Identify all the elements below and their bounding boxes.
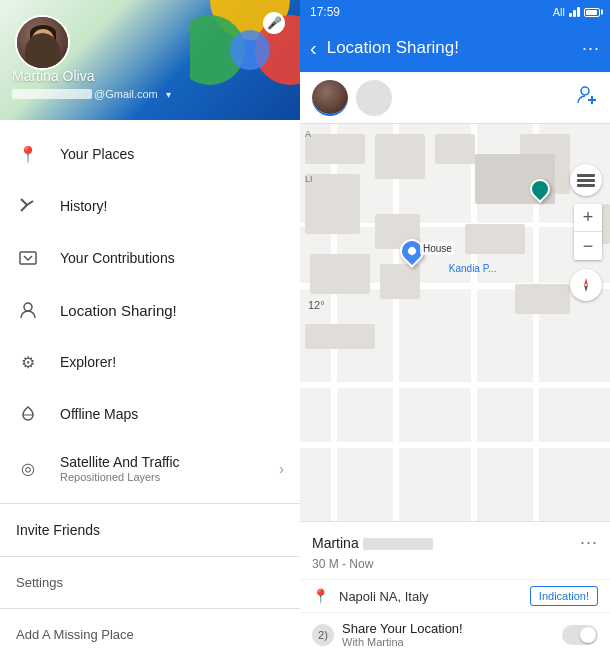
map-block [305, 324, 375, 349]
more-button[interactable]: ··· [582, 38, 600, 59]
nav-label: Location Sharing! [60, 302, 177, 319]
battery-icon [584, 8, 600, 17]
road-vertical-1 [393, 124, 399, 521]
location-share-toggle[interactable] [562, 625, 598, 645]
map-block [305, 134, 365, 164]
sidebar-item-satellite[interactable]: ◎ Satellite And Traffic Repositioned Lay… [0, 440, 300, 497]
indication-button[interactable]: Indication! [530, 586, 598, 606]
satellite-sublabel: Repositioned Layers [60, 471, 180, 483]
sidebar: 🎤 Martina Oliva @Gmail.com ▾ 📍 Your Plac… [0, 0, 300, 658]
app-title: Location Sharing! [327, 38, 582, 58]
nav-label: Explorer! [60, 354, 116, 370]
card-person-name: Martina [312, 535, 580, 551]
user-email: @Gmail.com [94, 88, 158, 100]
card-share-row: 2) Share Your Location! With Martina [300, 612, 610, 658]
map-block [310, 254, 370, 294]
card-more-button[interactable]: ··· [580, 532, 598, 553]
divider [0, 503, 300, 504]
sidebar-item-invite-friends[interactable]: Invite Friends [0, 510, 300, 550]
nav-label: Your Places [60, 146, 134, 162]
location-text: Napoli NA, Italy [339, 589, 530, 604]
nav-label: Offline Maps [60, 406, 138, 422]
svg-point-5 [24, 303, 32, 311]
user-avatar [15, 15, 70, 70]
bottom-card: Martina ··· 30 M - Now 📍 Napoli NA, Ital… [300, 521, 610, 658]
sidebar-item-location-sharing[interactable]: Location Sharing! [0, 284, 300, 336]
sidebar-item-offline-maps[interactable]: Offline Maps [0, 388, 300, 440]
mic-icon[interactable]: 🎤 [263, 12, 285, 34]
nav-label: History! [60, 198, 107, 214]
map-block [465, 224, 525, 254]
status-icons: All [553, 6, 600, 18]
road-horizontal-4 [300, 442, 610, 448]
location-icon: 📍 [312, 588, 329, 604]
svg-rect-12 [577, 184, 595, 187]
toggle-knob [580, 627, 596, 643]
svg-marker-14 [584, 285, 588, 292]
map-block [380, 264, 420, 299]
back-button[interactable]: ‹ [310, 37, 317, 60]
sidebar-item-settings[interactable]: Settings [0, 563, 300, 602]
card-time-label: 30 M - Now [300, 557, 610, 579]
sidebar-item-explorer[interactable]: ⚙ Explorer! [0, 336, 300, 388]
svg-rect-10 [577, 174, 595, 177]
svg-point-3 [230, 30, 270, 70]
app-bar: ‹ Location Sharing! ··· [300, 24, 610, 72]
name-blur-bar [363, 538, 433, 550]
map-text-label: LI [305, 174, 313, 184]
satellite-icon: ◎ [16, 457, 40, 481]
phone-screen: 17:59 All ‹ Location Sharing! ··· [300, 0, 610, 658]
sidebar-item-add-missing-place[interactable]: Add A Missing Place [0, 615, 300, 654]
svg-point-7 [581, 87, 589, 95]
map-street-label: Kandia P... [449, 263, 497, 274]
map-block [305, 174, 360, 234]
layers-button[interactable] [570, 164, 602, 196]
offline-maps-icon [16, 402, 40, 426]
card-location-row: 📍 Napoli NA, Italy Indication! [300, 579, 610, 612]
card-header: Martina ··· [300, 522, 610, 557]
user-name: Martina Oliva [12, 68, 171, 84]
user-info: Martina Oliva @Gmail.com ▾ [12, 68, 171, 100]
nav-items: 📍 Your Places History! Your Contribution… [0, 120, 300, 658]
signal-text: All [553, 6, 565, 18]
nav-label: Your Contributions [60, 250, 175, 266]
zoom-controls: + − [574, 204, 602, 260]
map-background: A LI House 12° + − [300, 124, 610, 521]
svg-rect-4 [20, 252, 36, 264]
road-horizontal-2 [300, 382, 610, 388]
share-number: 2) [312, 624, 334, 646]
svg-rect-11 [577, 179, 595, 182]
contact-avatar-secondary[interactable] [356, 80, 392, 116]
email-bar [12, 89, 92, 99]
history-icon [16, 194, 40, 218]
sidebar-header: 🎤 Martina Oliva @Gmail.com ▾ [0, 0, 300, 120]
contributions-icon [16, 246, 40, 270]
map-area[interactable]: A LI House 12° + − [300, 124, 610, 521]
divider [0, 556, 300, 557]
share-title: Share Your Location! [342, 621, 562, 636]
zoom-in-button[interactable]: + [574, 204, 602, 232]
wifi-icon [569, 7, 580, 17]
map-block [435, 134, 475, 164]
house-label: House [420, 242, 455, 255]
share-content: Share Your Location! With Martina [342, 621, 562, 648]
svg-marker-13 [584, 278, 588, 285]
explorer-icon: ⚙ [16, 350, 40, 374]
divider [0, 608, 300, 609]
map-text-label: A [305, 129, 311, 139]
compass-button[interactable] [570, 269, 602, 301]
sidebar-item-contributions[interactable]: Your Contributions [0, 232, 300, 284]
sidebar-item-history[interactable]: History! [0, 180, 300, 232]
add-contact-button[interactable] [576, 84, 598, 111]
zoom-out-button[interactable]: − [574, 232, 602, 260]
place-icon: 📍 [16, 142, 40, 166]
dropdown-arrow-icon[interactable]: ▾ [166, 89, 171, 100]
nav-label: Satellite And Traffic Repositioned Layer… [60, 454, 180, 483]
status-bar: 17:59 All [300, 0, 610, 24]
map-block [515, 284, 570, 314]
contact-avatar-primary[interactable] [312, 80, 348, 116]
sidebar-item-your-places[interactable]: 📍 Your Places [0, 128, 300, 180]
chevron-right-icon: › [279, 461, 284, 477]
temperature-label: 12° [308, 299, 325, 311]
location-sharing-icon [16, 298, 40, 322]
